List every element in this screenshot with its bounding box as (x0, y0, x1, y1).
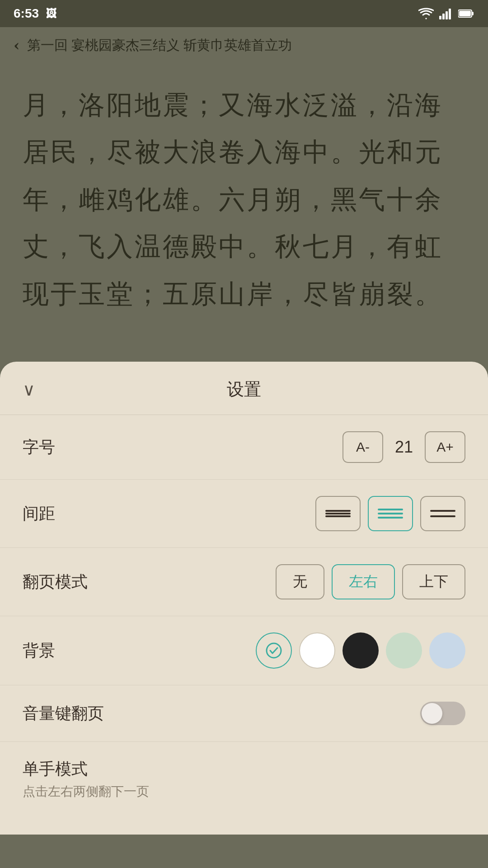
background-row: 背景 (0, 616, 488, 685)
svg-rect-5 (459, 11, 471, 16)
back-icon[interactable]: ‹ (14, 36, 20, 54)
spacing-medium-icon (378, 506, 403, 521)
settings-header: ∨ 设置 (0, 362, 488, 415)
volume-flip-label: 音量键翻页 (23, 703, 104, 725)
spacing-row: 间距 (0, 480, 488, 548)
spacing-wide-icon (430, 506, 455, 521)
font-size-label: 字号 (23, 436, 55, 458)
page-mode-controls: 无 左右 上下 (276, 564, 465, 599)
page-mode-row: 翻页模式 无 左右 上下 (0, 548, 488, 616)
single-hand-sublabel: 点击左右两侧翻下一页 (23, 783, 149, 800)
page-mode-ud-button[interactable]: 上下 (402, 564, 465, 599)
svg-rect-2 (446, 11, 448, 19)
bg-blue-button[interactable] (429, 632, 465, 669)
reading-content: 月，洛阳地震；又海水泛溢，沿海居民，尽被大浪卷入海中。光和元年，雌鸡化雄。六月朔… (0, 63, 488, 362)
reading-text: 月，洛阳地震；又海水泛溢，沿海居民，尽被大浪卷入海中。光和元年，雌鸡化雄。六月朔… (23, 90, 443, 309)
svg-rect-6 (472, 12, 474, 15)
settings-panel: ∨ 设置 字号 A- 21 A+ 间距 (0, 362, 488, 835)
svg-rect-0 (439, 16, 441, 19)
page-mode-none-button[interactable]: 无 (276, 564, 324, 599)
font-size-controls: A- 21 A+ (343, 431, 465, 463)
bg-white-button[interactable] (299, 632, 335, 669)
svg-rect-3 (449, 9, 451, 19)
wifi-icon (418, 8, 434, 19)
volume-flip-row: 音量键翻页 (0, 685, 488, 742)
spacing-tight-button[interactable] (315, 496, 361, 531)
nav-bar: ‹ 第一回 宴桃园豪杰三结义 斩黄巾英雄首立功 (0, 27, 488, 63)
toggle-knob (422, 703, 442, 724)
svg-point-7 (267, 643, 281, 658)
bg-green-button[interactable] (386, 632, 422, 669)
spacing-tight-icon (325, 509, 351, 518)
single-hand-label: 单手模式 (23, 758, 149, 780)
spacing-medium-button[interactable] (368, 496, 413, 531)
settings-title: 设置 (227, 378, 261, 401)
font-increase-button[interactable]: A+ (425, 431, 465, 463)
page-mode-label: 翻页模式 (23, 571, 88, 593)
status-bar: 6:53 🖼 (0, 0, 488, 27)
font-decrease-button[interactable]: A- (343, 431, 383, 463)
bg-tan-button[interactable] (256, 632, 292, 669)
image-icon: 🖼 (46, 7, 57, 20)
status-left: 6:53 🖼 (14, 6, 57, 21)
single-hand-label-group: 单手模式 点击左右两侧翻下一页 (23, 758, 149, 800)
spacing-label: 间距 (23, 503, 55, 525)
font-size-value: 21 (390, 438, 418, 457)
page-mode-lr-button[interactable]: 左右 (332, 564, 395, 599)
spacing-controls (315, 496, 465, 531)
status-time: 6:53 (14, 6, 39, 21)
bg-black-button[interactable] (343, 632, 379, 669)
single-hand-row: 单手模式 点击左右两侧翻下一页 (0, 742, 488, 816)
battery-icon (458, 9, 474, 19)
checkmark-icon (266, 642, 282, 659)
signal-icon (439, 8, 453, 19)
nav-title: 第一回 宴桃园豪杰三结义 斩黄巾英雄首立功 (27, 36, 292, 55)
status-right (418, 8, 474, 19)
background-label: 背景 (23, 640, 55, 662)
volume-flip-toggle[interactable] (420, 702, 465, 725)
spacing-wide-button[interactable] (420, 496, 465, 531)
font-size-row: 字号 A- 21 A+ (0, 415, 488, 480)
svg-rect-1 (442, 14, 445, 19)
settings-close-chevron[interactable]: ∨ (23, 380, 35, 400)
background-controls (256, 632, 465, 669)
